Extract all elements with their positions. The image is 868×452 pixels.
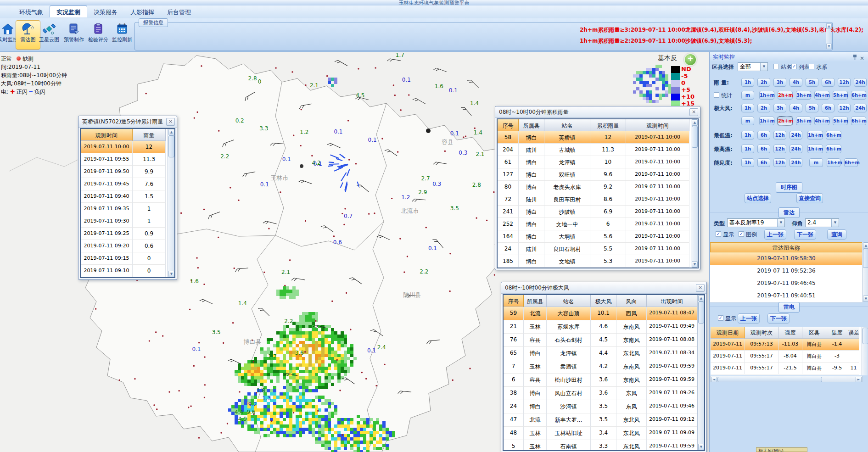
period-button-1h+m[interactable]: 1h+m: [759, 91, 774, 100]
table-row[interactable]: 21玉林苏烟水库4.6东南风2019-07-11 09:49: [504, 320, 704, 334]
period-button-12h[interactable]: 12h: [773, 131, 786, 140]
map-area[interactable]: 正常缺测 间:2019-07-11 积雨量:08时~10时00分钟 大风:08时…: [0, 52, 709, 452]
period-button-1h[interactable]: 1h: [741, 145, 754, 153]
table-row[interactable]: 252博白文地一中62019-07-11 10:00: [498, 218, 698, 230]
column-header-风向[interactable]: 风向: [616, 295, 647, 307]
period-button-m[interactable]: m: [741, 91, 754, 100]
table-row[interactable]: 76容县石头石剑村4.5东南风2019-07-11 08:08: [504, 334, 704, 347]
period-button-12h[interactable]: 12h: [773, 145, 786, 153]
period-button-5h+m[interactable]: 5h+m: [833, 117, 848, 125]
column-header-站名[interactable]: 站名: [547, 295, 591, 307]
table-row[interactable]: 2019-07-11 10:0012: [81, 141, 174, 153]
period-button-24h[interactable]: 24h: [790, 131, 802, 140]
vertical-scrollbar[interactable]: ▲▼: [691, 119, 698, 268]
close-icon[interactable]: ×: [689, 108, 698, 116]
checkbox-show-radar[interactable]: [716, 231, 721, 237]
table-row[interactable]: 2019-07-11 09:351: [81, 203, 174, 215]
table-row[interactable]: 6容县松山沙田村3.6东南风2019-07-11 09:59: [504, 374, 704, 387]
period-button-1h+m[interactable]: 1h+m: [807, 131, 823, 140]
column-header-观测时次[interactable]: 观测时次: [745, 327, 778, 339]
toolbar-button-6[interactable]: 监控刷新: [110, 20, 134, 50]
table-row[interactable]: 2019-07-11 09:250.9: [81, 228, 174, 240]
period-button-24h[interactable]: 24h: [854, 78, 867, 87]
table-row[interactable]: 2019-07-11 09:150: [81, 252, 174, 265]
period-button-4h+m[interactable]: 4h+m: [814, 91, 829, 100]
scroll-up-icon[interactable]: ▲: [863, 242, 868, 249]
period-button-2h[interactable]: 2h: [757, 104, 770, 112]
menu-tab-4[interactable]: 人影指挥: [124, 6, 161, 17]
panel-5min-rain[interactable]: 英桥镇(N5702)逐5分钟累计雨量×观测时间雨量2019-07-11 10:0…: [78, 116, 177, 280]
scroll-up-icon[interactable]: ▲: [826, 23, 832, 29]
period-button-24h[interactable]: 24h: [854, 104, 867, 112]
period-button-5h[interactable]: 5h: [806, 78, 818, 87]
chevron-down-icon[interactable]: ▼: [777, 219, 784, 227]
scroll-down-icon[interactable]: ▼: [826, 44, 832, 49]
table-row[interactable]: 38博白凤山立石村3.6东风2019-07-11 09:26: [504, 387, 704, 400]
radar-image-item[interactable]: 2019-07-11 09:46:45: [710, 277, 862, 290]
table-row[interactable]: 164博白大垌镇5.62019-07-11 10:00: [498, 230, 698, 243]
table-row[interactable]: 2019-07-11 09:5511.3: [81, 153, 174, 166]
column-header-站名[interactable]: 站名: [544, 119, 590, 131]
column-header-出现时间[interactable]: 出现时间: [647, 295, 697, 307]
lightning-row[interactable]: 2019-07-1109:55:17-8.04博白县-3: [711, 351, 862, 363]
scroll-up-icon[interactable]: ▲: [168, 129, 174, 135]
radar-image-item[interactable]: 2019-07-11 09:52:36: [710, 265, 862, 278]
period-button-6h[interactable]: 6h: [822, 104, 834, 112]
table-row[interactable]: 47北流新丰大罗...3.5东北风2019-07-11 09:12: [504, 413, 704, 427]
period-button-1h[interactable]: 1h: [741, 78, 754, 87]
scroll-right-icon[interactable]: ►: [856, 377, 862, 382]
scroll-down-icon[interactable]: ▼: [863, 296, 868, 302]
column-header-极大风[interactable]: 极大风: [591, 295, 616, 307]
period-button-6h+m[interactable]: 6h+m: [826, 145, 841, 153]
checkbox-show-lightning[interactable]: [718, 315, 723, 321]
scrollbar-thumb[interactable]: [692, 126, 698, 148]
vertical-scrollbar[interactable]: ▲▼: [168, 129, 174, 277]
column-header-观测时间[interactable]: 观测时间: [626, 119, 689, 131]
table-row[interactable]: 2019-07-11 09:509.9: [81, 166, 174, 178]
table-row[interactable]: 127博白双旺镇9.62019-07-11 10:00: [498, 168, 698, 181]
table-row[interactable]: 65博白龙潭镇4.4东北风2019-07-11 08:34: [504, 347, 704, 360]
period-button-1h[interactable]: 1h: [741, 131, 754, 140]
scroll-down-icon[interactable]: ▼: [692, 261, 698, 268]
period-button-4h+m[interactable]: 4h+m: [814, 117, 829, 125]
radar-image-item[interactable]: 2019-07-11 09:40:51: [710, 290, 862, 302]
period-button-6h+m[interactable]: 6h+m: [844, 158, 858, 167]
panel-title-bar[interactable]: 英桥镇(N5702)逐5分钟累计雨量×: [78, 116, 177, 128]
period-button-2h[interactable]: 2h: [757, 78, 770, 87]
elevation-combobox[interactable]: 2.4▼: [805, 218, 839, 227]
period-button-4h[interactable]: 4h: [790, 78, 802, 87]
scrollbar-thumb[interactable]: [717, 377, 822, 382]
period-button-m[interactable]: m: [741, 117, 754, 125]
table-row[interactable]: 2019-07-11 09:200.6: [81, 240, 174, 252]
period-button-5h+m[interactable]: 5h+m: [833, 91, 848, 100]
menu-tab-2[interactable]: 实况监测: [50, 6, 87, 17]
period-button-1h[interactable]: 1h: [741, 158, 754, 167]
period-button-1h+m[interactable]: 1h+m: [759, 117, 774, 125]
chevron-down-icon[interactable]: ▼: [760, 63, 767, 71]
panel-max-wind[interactable]: 08时~10时00分钟极大风×序号所属县站名极大风风向出现时间59北流大容山顶1…: [501, 282, 707, 452]
table-row[interactable]: 24陆川良田石垌村5.52019-07-11 10:00: [498, 243, 698, 255]
direct-query-button[interactable]: 直接查询: [796, 193, 823, 203]
column-header-序号[interactable]: 序号: [504, 295, 524, 307]
table-row[interactable]: 61博白龙潭镇102019-07-11 10:00: [498, 156, 698, 168]
table-row[interactable]: 5玉林石南镇3.3东北风2019-07-11 09:59: [504, 440, 704, 451]
period-button-12h[interactable]: 12h: [838, 104, 851, 112]
period-button-5h[interactable]: 5h: [806, 104, 818, 112]
table-row[interactable]: 7玉林卖酒镇4.2东南风2019-07-11 09:59: [504, 360, 704, 374]
checkbox-水系[interactable]: [809, 64, 814, 69]
period-button-3h+m[interactable]: 3h+m: [796, 117, 811, 125]
alarm-scrollbar[interactable]: ▲ ▼: [826, 23, 831, 49]
scroll-up-icon[interactable]: ▲: [698, 295, 704, 301]
column-header-观测日期[interactable]: 观测日期: [711, 327, 745, 339]
checkbox-站名[interactable]: [773, 64, 779, 69]
table-row[interactable]: 80博白老虎头水库9.22019-07-11 10:00: [498, 181, 698, 193]
column-header-强度[interactable]: 强度: [778, 327, 802, 339]
table-row[interactable]: 2019-07-11 09:401.5: [81, 190, 174, 203]
checkbox-statistics[interactable]: [714, 92, 719, 98]
lightning-next-button[interactable]: 下一张: [767, 313, 790, 324]
column-header-序号[interactable]: 序号: [498, 119, 519, 131]
period-button-4h[interactable]: 4h: [790, 104, 802, 112]
period-button-m[interactable]: m: [809, 158, 823, 167]
period-button-1h+m[interactable]: 1h+m: [827, 158, 840, 167]
period-button-24h[interactable]: 24h: [790, 158, 802, 167]
